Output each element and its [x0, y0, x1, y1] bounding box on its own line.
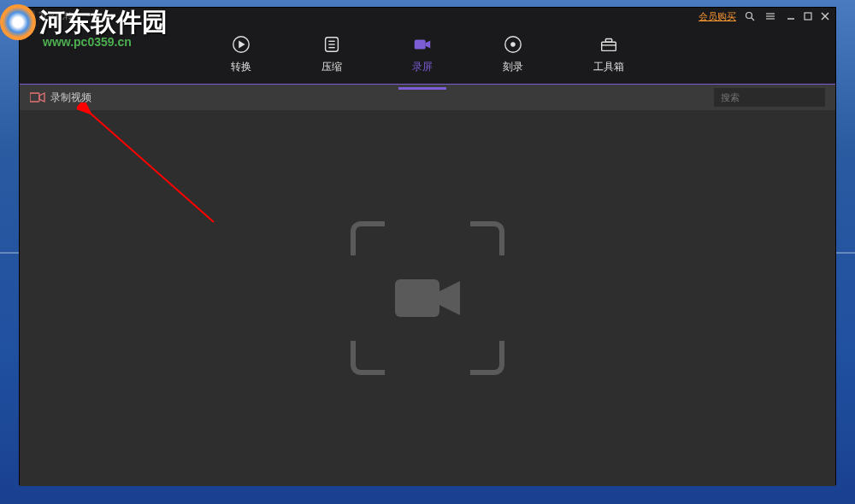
- toolbox-icon: [598, 34, 619, 55]
- app-icon: [23, 10, 35, 22]
- svg-rect-19: [602, 42, 616, 50]
- svg-rect-24: [395, 279, 439, 317]
- tab-label: 压缩: [321, 60, 342, 74]
- app-window: 万兴优转 会员购买: [19, 7, 836, 485]
- svg-point-18: [510, 42, 516, 47]
- compress-icon: [321, 34, 342, 55]
- member-purchase-link[interactable]: 会员购买: [699, 10, 736, 23]
- svg-rect-15: [415, 39, 426, 49]
- record-placeholder-icon: [351, 221, 504, 375]
- convert-icon: [231, 34, 251, 55]
- tab-toolbox[interactable]: 工具箱: [580, 27, 638, 81]
- nav-tabs: 转换 压缩 录屏 刻录 工具箱: [20, 25, 835, 85]
- tab-convert[interactable]: 转换: [217, 27, 265, 81]
- title-bar: 万兴优转 会员购买: [20, 8, 835, 25]
- tab-label: 转换: [231, 60, 251, 74]
- search-input[interactable]: [714, 88, 825, 107]
- svg-rect-22: [30, 93, 39, 102]
- svg-line-1: [752, 18, 754, 21]
- svg-rect-20: [605, 39, 611, 43]
- svg-marker-16: [426, 40, 431, 48]
- svg-marker-25: [439, 281, 460, 315]
- tab-label: 工具箱: [593, 60, 624, 74]
- app-title: 万兴优转: [38, 10, 73, 22]
- svg-marker-23: [39, 93, 44, 102]
- record-video-label: 录制视频: [50, 91, 91, 105]
- maximize-button[interactable]: [801, 9, 815, 23]
- tab-burn[interactable]: 刻录: [489, 27, 537, 81]
- svg-point-0: [746, 13, 752, 19]
- minimize-button[interactable]: [784, 9, 798, 23]
- content-area: [20, 110, 835, 486]
- svg-marker-10: [239, 40, 245, 48]
- svg-rect-6: [805, 13, 811, 20]
- tab-label: 录屏: [412, 60, 433, 74]
- record-video-button[interactable]: 录制视频: [30, 91, 91, 105]
- tab-record[interactable]: 录屏: [398, 27, 446, 81]
- record-icon: [412, 34, 433, 55]
- menu-icon[interactable]: [764, 9, 777, 23]
- search-icon[interactable]: [743, 9, 757, 23]
- tab-compress[interactable]: 压缩: [308, 27, 356, 81]
- video-camera-icon: [30, 92, 45, 103]
- burn-icon: [503, 34, 523, 55]
- tab-label: 刻录: [503, 60, 523, 74]
- close-button[interactable]: [818, 9, 832, 23]
